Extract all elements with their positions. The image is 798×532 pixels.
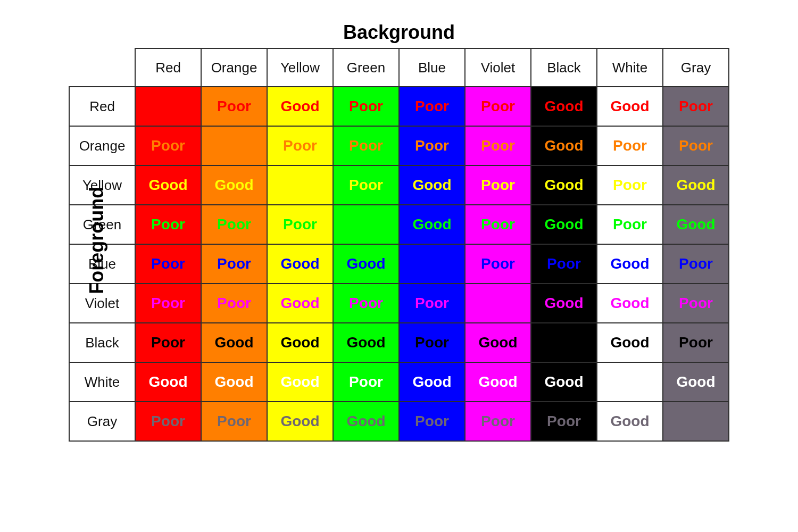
contrast-cell-label: Poor [202,284,267,322]
contrast-cell-label [136,87,201,126]
contrast-cell: Poor [399,87,465,126]
contrast-cell: Poor [399,284,465,323]
contrast-cell: Poor [399,402,465,441]
contrast-cell: Poor [135,323,201,362]
contrast-cell: Good [399,362,465,402]
contrast-cell: Poor [597,126,663,165]
contrast-cell-label: Poor [531,245,596,283]
contrast-cell-label: Good [268,245,332,283]
table-row: OrangePoorPoorPoorPoorPoorGoodPoorPoor [69,126,729,165]
contrast-cell: Good [399,165,465,205]
contrast-cell: Poor [531,244,597,284]
column-header: White [597,48,663,87]
contrast-cell-label: Poor [334,166,398,204]
table-row: BluePoorPoorGoodGoodPoorPoorGoodPoor [69,244,729,284]
contrast-cell-label: Poor [136,245,201,283]
contrast-cell-label: Poor [400,402,464,440]
row-header: White [69,362,135,402]
contrast-cell-label: Poor [334,127,398,165]
background-axis-title: Background [69,21,729,44]
contrast-cell: Poor [267,126,333,165]
row-header: Black [69,323,135,362]
contrast-cell: Poor [531,402,597,441]
contrast-cell-label: Poor [136,127,201,165]
contrast-cell: Poor [201,284,267,323]
contrast-cell: Poor [663,244,729,284]
contrast-cell: Poor [663,323,729,362]
contrast-cell-label: Good [597,245,662,283]
contrast-cell: Poor [399,323,465,362]
contrast-cell-label [466,284,530,322]
contrast-cell: Poor [465,205,531,244]
corner-cell [69,48,135,87]
contrast-cell: Good [531,165,597,205]
contrast-cell: Good [531,205,597,244]
contrast-cell: Poor [267,205,333,244]
contrast-cell: Poor [399,126,465,165]
contrast-cell [531,323,597,362]
contrast-cell-label: Poor [400,323,464,362]
contrast-cell: Good [465,323,531,362]
contrast-cell: Poor [135,284,201,323]
contrast-cell-label: Good [334,402,398,440]
column-header: Red [135,48,201,87]
contrast-cell-label: Good [466,363,530,401]
column-header: Violet [465,48,531,87]
contrast-cell: Good [135,165,201,205]
contrast-cell-label: Good [136,166,201,204]
contrast-cell: Good [135,362,201,402]
contrast-cell-label: Poor [136,402,201,440]
contrast-cell-label: Good [202,323,267,362]
table-row: BlackPoorGoodGoodGoodPoorGoodGoodPoor [69,323,729,362]
contrast-cell-label: Good [334,323,398,362]
contrast-cell-label: Poor [334,363,398,401]
contrast-cell: Good [333,402,399,441]
column-header: Black [531,48,597,87]
contrast-cell-label: Good [400,205,464,244]
contrast-cell: Good [531,284,597,323]
contrast-cell-label: Poor [466,402,530,440]
contrast-cell-label: Good [531,284,596,322]
contrast-cell-label: Good [268,363,332,401]
contrast-cell-label: Good [466,323,530,362]
column-header: Blue [399,48,465,87]
contrast-table: RedOrangeYellowGreenBlueVioletBlackWhite… [69,48,729,442]
contrast-cell-label: Poor [202,245,267,283]
contrast-cell-label: Poor [466,166,530,204]
contrast-cell: Poor [663,284,729,323]
contrast-cell-label: Poor [466,205,530,244]
contrast-cell-label: Good [597,402,662,440]
contrast-cell-label: Poor [400,284,464,322]
contrast-cell: Poor [465,402,531,441]
contrast-cell: Good [267,362,333,402]
contrast-cell: Poor [333,165,399,205]
contrast-cell-label [531,323,596,362]
contrast-cell-label: Poor [597,127,662,165]
contrast-cell-label: Poor [663,323,728,362]
contrast-cell: Good [663,165,729,205]
contrast-cell-label: Good [400,363,464,401]
contrast-cell-label: Good [597,87,662,126]
table-row: GrayPoorPoorGoodGoodPoorPoorPoorGood [69,402,729,441]
contrast-cell-label: Poor [136,323,201,362]
contrast-cell-label: Good [202,166,267,204]
contrast-cell: Poor [333,284,399,323]
contrast-cell-label: Poor [268,127,332,165]
contrast-cell: Poor [135,126,201,165]
contrast-cell: Poor [663,126,729,165]
contrast-cell-label: Poor [202,87,267,126]
contrast-cell-label: Poor [268,205,332,244]
contrast-cell: Good [597,244,663,284]
contrast-cell-label: Good [531,127,596,165]
contrast-cell [597,362,663,402]
table-row: YellowGoodGoodPoorGoodPoorGoodPoorGood [69,165,729,205]
row-header: Gray [69,402,135,441]
contrast-cell: Poor [465,244,531,284]
contrast-cell: Good [465,362,531,402]
table-row: VioletPoorPoorGoodPoorPoorGoodGoodPoor [69,284,729,323]
contrast-cell: Good [531,87,597,126]
contrast-cell-label: Good [268,284,332,322]
table-row: GreenPoorPoorPoorGoodPoorGoodPoorGood [69,205,729,244]
contrast-cell: Good [531,362,597,402]
table-row: WhiteGoodGoodGoodPoorGoodGoodGoodGood [69,362,729,402]
